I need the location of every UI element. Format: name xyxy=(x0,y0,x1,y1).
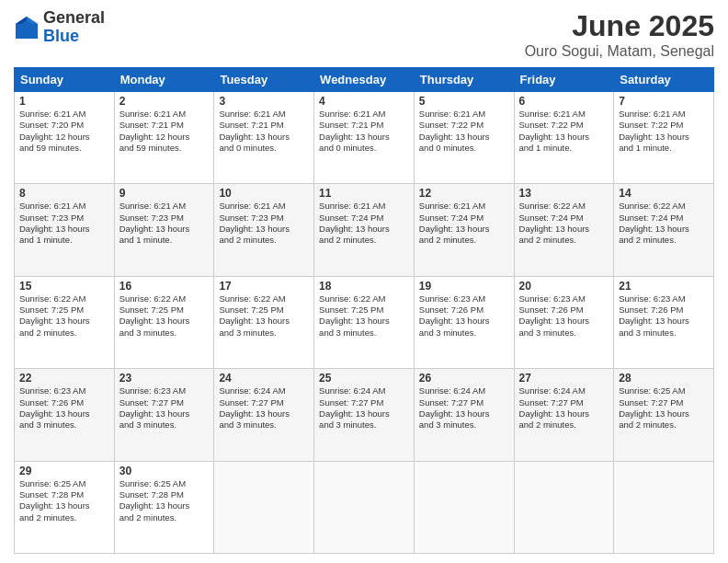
day-number: 22 xyxy=(19,372,109,385)
table-row: 11 Sunrise: 6:21 AMSunset: 7:24 PMDaylig… xyxy=(314,184,415,276)
day-number: 19 xyxy=(419,280,509,293)
day-info: Sunrise: 6:23 AMSunset: 7:26 PMDaylight:… xyxy=(419,293,509,339)
day-number: 29 xyxy=(19,465,109,477)
header-row: Sunday Monday Tuesday Wednesday Thursday… xyxy=(15,68,714,92)
table-row: 3 Sunrise: 6:21 AMSunset: 7:21 PMDayligh… xyxy=(214,92,314,184)
day-number: 2 xyxy=(119,95,210,108)
day-info: Sunrise: 6:21 AMSunset: 7:24 PMDaylight:… xyxy=(319,201,409,246)
table-row: 14 Sunrise: 6:22 AMSunset: 7:24 PMDaylig… xyxy=(614,184,714,276)
title-section: June 2025 Ouro Sogui, Matam, Senegal xyxy=(525,9,714,60)
table-row: 22 Sunrise: 6:23 AMSunset: 7:26 PMDaylig… xyxy=(15,369,115,461)
day-info: Sunrise: 6:22 AMSunset: 7:25 PMDaylight:… xyxy=(19,293,109,339)
col-tuesday: Tuesday xyxy=(214,68,314,92)
day-info: Sunrise: 6:21 AMSunset: 7:23 PMDaylight:… xyxy=(119,201,210,246)
table-row: 21 Sunrise: 6:23 AMSunset: 7:26 PMDaylig… xyxy=(614,276,714,368)
col-saturday: Saturday xyxy=(614,68,714,92)
day-info: Sunrise: 6:24 AMSunset: 7:27 PMDaylight:… xyxy=(419,385,509,431)
logo-text: General Blue xyxy=(43,9,105,46)
day-info: Sunrise: 6:22 AMSunset: 7:24 PMDaylight:… xyxy=(619,201,709,246)
day-info: Sunrise: 6:24 AMSunset: 7:27 PMDaylight:… xyxy=(219,385,309,431)
week-row: 1 Sunrise: 6:21 AMSunset: 7:20 PMDayligh… xyxy=(15,92,714,184)
day-info: Sunrise: 6:21 AMSunset: 7:21 PMDaylight:… xyxy=(219,109,309,154)
day-number: 21 xyxy=(619,280,709,293)
page: General Blue June 2025 Ouro Sogui, Matam… xyxy=(0,0,728,563)
col-friday: Friday xyxy=(514,68,614,92)
day-number: 11 xyxy=(319,187,409,200)
day-info: Sunrise: 6:21 AMSunset: 7:23 PMDaylight:… xyxy=(19,201,109,246)
day-number: 26 xyxy=(419,372,509,385)
day-info: Sunrise: 6:21 AMSunset: 7:20 PMDaylight:… xyxy=(19,109,109,154)
location: Ouro Sogui, Matam, Senegal xyxy=(525,43,714,60)
col-wednesday: Wednesday xyxy=(314,68,415,92)
day-number: 8 xyxy=(19,187,109,200)
header: General Blue June 2025 Ouro Sogui, Matam… xyxy=(14,9,714,60)
empty-cell xyxy=(314,461,415,553)
day-info: Sunrise: 6:22 AMSunset: 7:25 PMDaylight:… xyxy=(119,293,210,339)
day-info: Sunrise: 6:21 AMSunset: 7:21 PMDaylight:… xyxy=(319,109,409,154)
day-info: Sunrise: 6:24 AMSunset: 7:27 PMDaylight:… xyxy=(319,385,409,431)
day-number: 9 xyxy=(119,187,210,200)
day-info: Sunrise: 6:23 AMSunset: 7:26 PMDaylight:… xyxy=(619,293,709,339)
day-number: 15 xyxy=(19,280,109,293)
day-info: Sunrise: 6:21 AMSunset: 7:21 PMDaylight:… xyxy=(119,109,210,154)
table-row: 27 Sunrise: 6:24 AMSunset: 7:27 PMDaylig… xyxy=(514,369,614,461)
day-info: Sunrise: 6:22 AMSunset: 7:25 PMDaylight:… xyxy=(219,293,309,339)
day-number: 13 xyxy=(519,187,609,200)
day-info: Sunrise: 6:22 AMSunset: 7:25 PMDaylight:… xyxy=(319,293,409,339)
day-info: Sunrise: 6:25 AMSunset: 7:27 PMDaylight:… xyxy=(619,385,709,431)
day-number: 3 xyxy=(219,95,309,108)
logo-general: General xyxy=(43,9,105,28)
table-row: 28 Sunrise: 6:25 AMSunset: 7:27 PMDaylig… xyxy=(614,369,714,461)
day-number: 10 xyxy=(219,187,309,200)
table-row: 29 Sunrise: 6:25 AMSunset: 7:28 PMDaylig… xyxy=(15,461,115,553)
table-row: 24 Sunrise: 6:24 AMSunset: 7:27 PMDaylig… xyxy=(214,369,314,461)
day-number: 20 xyxy=(519,280,609,293)
day-number: 4 xyxy=(319,95,409,108)
day-info: Sunrise: 6:21 AMSunset: 7:24 PMDaylight:… xyxy=(419,201,509,246)
month-year: June 2025 xyxy=(525,9,714,43)
table-row: 4 Sunrise: 6:21 AMSunset: 7:21 PMDayligh… xyxy=(314,92,415,184)
day-number: 25 xyxy=(319,372,409,385)
table-row: 26 Sunrise: 6:24 AMSunset: 7:27 PMDaylig… xyxy=(414,369,514,461)
day-info: Sunrise: 6:24 AMSunset: 7:27 PMDaylight:… xyxy=(519,385,609,431)
table-row: 13 Sunrise: 6:22 AMSunset: 7:24 PMDaylig… xyxy=(514,184,614,276)
day-number: 18 xyxy=(319,280,409,293)
table-row: 23 Sunrise: 6:23 AMSunset: 7:27 PMDaylig… xyxy=(114,369,214,461)
logo-icon xyxy=(14,15,40,40)
col-sunday: Sunday xyxy=(15,68,115,92)
table-row: 18 Sunrise: 6:22 AMSunset: 7:25 PMDaylig… xyxy=(314,276,415,368)
col-monday: Monday xyxy=(114,68,214,92)
table-row: 30 Sunrise: 6:25 AMSunset: 7:28 PMDaylig… xyxy=(114,461,214,553)
day-info: Sunrise: 6:25 AMSunset: 7:28 PMDaylight:… xyxy=(19,478,109,523)
logo-blue: Blue xyxy=(43,28,105,46)
day-number: 12 xyxy=(419,187,509,200)
day-number: 5 xyxy=(419,95,509,108)
logo: General Blue xyxy=(14,9,105,46)
table-row: 10 Sunrise: 6:21 AMSunset: 7:23 PMDaylig… xyxy=(214,184,314,276)
day-number: 7 xyxy=(619,95,709,108)
calendar-table: Sunday Monday Tuesday Wednesday Thursday… xyxy=(14,67,714,554)
table-row: 5 Sunrise: 6:21 AMSunset: 7:22 PMDayligh… xyxy=(414,92,514,184)
day-number: 6 xyxy=(519,95,609,108)
day-number: 23 xyxy=(119,372,210,385)
day-info: Sunrise: 6:23 AMSunset: 7:27 PMDaylight:… xyxy=(119,385,210,431)
table-row: 25 Sunrise: 6:24 AMSunset: 7:27 PMDaylig… xyxy=(314,369,415,461)
day-info: Sunrise: 6:21 AMSunset: 7:23 PMDaylight:… xyxy=(219,201,309,246)
day-info: Sunrise: 6:23 AMSunset: 7:26 PMDaylight:… xyxy=(519,293,609,339)
day-info: Sunrise: 6:21 AMSunset: 7:22 PMDaylight:… xyxy=(619,109,709,154)
table-row: 12 Sunrise: 6:21 AMSunset: 7:24 PMDaylig… xyxy=(414,184,514,276)
empty-cell xyxy=(614,461,714,553)
table-row: 17 Sunrise: 6:22 AMSunset: 7:25 PMDaylig… xyxy=(214,276,314,368)
table-row: 8 Sunrise: 6:21 AMSunset: 7:23 PMDayligh… xyxy=(15,184,115,276)
table-row: 16 Sunrise: 6:22 AMSunset: 7:25 PMDaylig… xyxy=(114,276,214,368)
day-number: 30 xyxy=(119,465,210,477)
day-number: 17 xyxy=(219,280,309,293)
day-number: 24 xyxy=(219,372,309,385)
week-row: 15 Sunrise: 6:22 AMSunset: 7:25 PMDaylig… xyxy=(15,276,714,368)
table-row: 15 Sunrise: 6:22 AMSunset: 7:25 PMDaylig… xyxy=(15,276,115,368)
day-info: Sunrise: 6:25 AMSunset: 7:28 PMDaylight:… xyxy=(119,478,210,523)
week-row: 8 Sunrise: 6:21 AMSunset: 7:23 PMDayligh… xyxy=(15,184,714,276)
table-row: 7 Sunrise: 6:21 AMSunset: 7:22 PMDayligh… xyxy=(614,92,714,184)
day-info: Sunrise: 6:23 AMSunset: 7:26 PMDaylight:… xyxy=(19,385,109,431)
table-row: 19 Sunrise: 6:23 AMSunset: 7:26 PMDaylig… xyxy=(414,276,514,368)
